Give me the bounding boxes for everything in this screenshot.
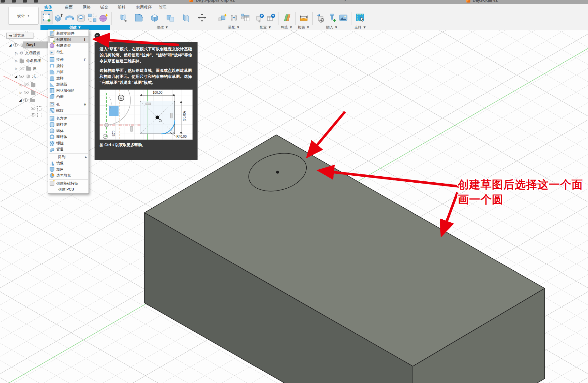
group-label-assemble[interactable]: 装配 ▼ <box>216 25 252 30</box>
menu-item-derive[interactable]: 衍生 <box>48 49 89 55</box>
fillet-button[interactable] <box>133 11 144 24</box>
menu-item-thread[interactable]: 螺纹 <box>48 108 89 114</box>
visibility-eye-off-icon[interactable] <box>24 83 29 86</box>
tab-mesh[interactable]: 网格 <box>83 5 91 11</box>
menu-item-pipe[interactable]: 管道 <box>48 146 89 153</box>
menu-item-torus[interactable]: 圆环体 <box>48 134 89 140</box>
tree-row-origin[interactable]: ▷ 原 <box>15 65 37 72</box>
collapse-panel-icon[interactable]: ◀◀ <box>9 34 11 37</box>
menu-item-base-feature[interactable]: 创建基础特征 <box>48 180 89 187</box>
tree-row-child-folder[interactable]: ▷ <box>20 89 35 96</box>
visibility-eye-icon[interactable] <box>24 91 29 94</box>
visibility-eye-off-icon[interactable] <box>20 67 24 70</box>
offset-face-button[interactable] <box>181 11 192 24</box>
visibility-eye-icon[interactable] <box>23 98 28 102</box>
menu-item-mirror[interactable]: 镜像 <box>48 160 89 166</box>
bom-table-button[interactable] <box>240 11 251 24</box>
visibility-eye-icon[interactable] <box>31 107 35 110</box>
tab-manage[interactable]: 管理 <box>159 5 167 11</box>
file-menu-icon[interactable] <box>1 0 5 3</box>
expanded-triangle-icon[interactable]: ◢ <box>19 98 21 102</box>
menu-item-hole[interactable]: 孔H <box>48 102 89 108</box>
tab-utilities[interactable]: 实用程序 <box>136 5 152 11</box>
expanded-triangle-icon[interactable]: ◢ <box>9 43 11 47</box>
insert-fastener-button[interactable] <box>326 11 338 24</box>
save-icon[interactable] <box>12 0 16 3</box>
menu-item-create-form[interactable]: 创建造型 <box>48 43 89 49</box>
collapsed-triangle-icon[interactable]: ▷ <box>15 59 18 63</box>
configuration-table-button[interactable] <box>266 11 277 24</box>
extrude-button[interactable] <box>52 11 64 24</box>
visibility-eye-icon[interactable] <box>31 113 35 116</box>
group-label-construct[interactable]: 构造 ▼ <box>279 25 294 30</box>
insert-image-button[interactable] <box>338 11 349 24</box>
tab-sheet-metal[interactable]: 钣金 <box>100 5 108 11</box>
menu-item-thicken[interactable]: 加厚 <box>48 166 89 173</box>
menu-item-new-component[interactable]: 新建零部件 <box>48 30 89 37</box>
group-label-insert[interactable]: 插入 ▼ <box>314 25 350 30</box>
group-label-create[interactable]: 创建 ▼ <box>40 25 110 30</box>
tree-row-document-settings[interactable]: ▷ ⚙ 文档设置 <box>15 50 40 56</box>
create-sketch-button[interactable] <box>41 11 52 24</box>
collapsed-triangle-icon[interactable]: ▷ <box>15 51 18 55</box>
move-button[interactable] <box>196 11 208 24</box>
menu-item-revolve[interactable]: 旋转 <box>48 63 89 69</box>
document-tab-close-button[interactable]: × <box>344 0 346 3</box>
menu-item-boundary-fill[interactable]: 边界填充 <box>48 173 89 179</box>
measure-button[interactable] <box>298 11 309 24</box>
more-options-icon[interactable]: ⋮ <box>83 37 87 42</box>
redo-icon[interactable] <box>34 0 38 3</box>
menu-item-sweep[interactable]: 扫掠 <box>48 69 89 75</box>
insert-derive-button[interactable] <box>315 11 326 24</box>
group-label-configure[interactable]: 配置 ▼ <box>254 25 277 30</box>
expanded-triangle-icon[interactable]: ◢ <box>15 74 17 78</box>
press-pull-button[interactable] <box>117 11 129 24</box>
visibility-eye-icon[interactable] <box>13 43 18 47</box>
create-form-button[interactable] <box>98 11 109 24</box>
tree-row-named-views[interactable]: ▷ 命名视图 <box>15 58 41 64</box>
menu-item-emboss[interactable]: 凸雕 <box>48 94 89 100</box>
app-bar-icons[interactable] <box>1 0 38 3</box>
undo-icon[interactable] <box>23 0 27 3</box>
hole-button[interactable] <box>75 11 87 24</box>
menu-item-extrude[interactable]: 拉伸E <box>48 57 89 63</box>
workspace-switcher-button[interactable]: 设计 ▼ <box>8 7 39 25</box>
menu-item-create-pcb[interactable]: 创建 PCB <box>48 186 89 193</box>
tree-row-component[interactable]: ◢ 乐 <box>15 73 36 79</box>
menu-item-rib[interactable]: 加强筋 <box>48 81 89 88</box>
new-component-button[interactable] <box>217 11 228 24</box>
menu-item-box[interactable]: 长方体 <box>48 116 89 122</box>
menu-item-sphere[interactable]: 球体 <box>48 128 89 134</box>
tab-surface[interactable]: 曲面 <box>65 5 73 11</box>
tree-row-child-folder[interactable]: ▷ <box>20 81 35 88</box>
construction-plane-button[interactable] <box>281 11 292 24</box>
group-label-modify[interactable]: 修改 ▼ <box>113 25 212 30</box>
collapsed-triangle-icon[interactable]: ▷ <box>15 67 18 70</box>
joint-button[interactable] <box>228 11 240 24</box>
sketch-circle-center-point[interactable] <box>276 171 279 174</box>
shell-button[interactable] <box>149 11 160 24</box>
tree-row-sketch[interactable] <box>31 112 41 118</box>
solid-body[interactable] <box>144 135 545 383</box>
menu-item-pattern[interactable]: 阵列▶ <box>48 154 89 160</box>
document-tab[interactable]: Day5-paper clip v2 <box>189 0 235 3</box>
group-label-inspect[interactable]: 检验 ▼ <box>297 25 311 30</box>
tree-row-sketch[interactable] <box>31 105 41 111</box>
configuration-button[interactable] <box>254 11 266 24</box>
tree-row-child-folder[interactable]: ◢ <box>19 97 35 103</box>
visibility-eye-icon[interactable] <box>19 75 24 78</box>
menu-item-loft[interactable]: 放样 <box>48 75 89 82</box>
revolve-button[interactable] <box>64 11 75 24</box>
group-label-select[interactable]: 选择 ▼ <box>353 25 368 30</box>
collapsed-triangle-icon[interactable]: ▷ <box>20 91 22 94</box>
browser-header[interactable]: ◀◀ 浏览器 <box>6 33 34 39</box>
menu-item-cylinder[interactable]: 圆柱体 <box>48 122 89 128</box>
combine-button[interactable] <box>165 11 176 24</box>
tab-plastic[interactable]: 塑料 <box>117 5 125 11</box>
tab-solid[interactable]: 实体 <box>44 5 52 11</box>
select-button[interactable] <box>355 11 366 24</box>
collapsed-triangle-icon[interactable]: ▷ <box>20 83 22 86</box>
menu-item-coil[interactable]: 螺旋 <box>48 140 89 147</box>
menu-item-web[interactable]: 网状加强筋 <box>48 88 89 94</box>
tree-row-document[interactable]: ◢ Day1- <box>9 42 37 48</box>
